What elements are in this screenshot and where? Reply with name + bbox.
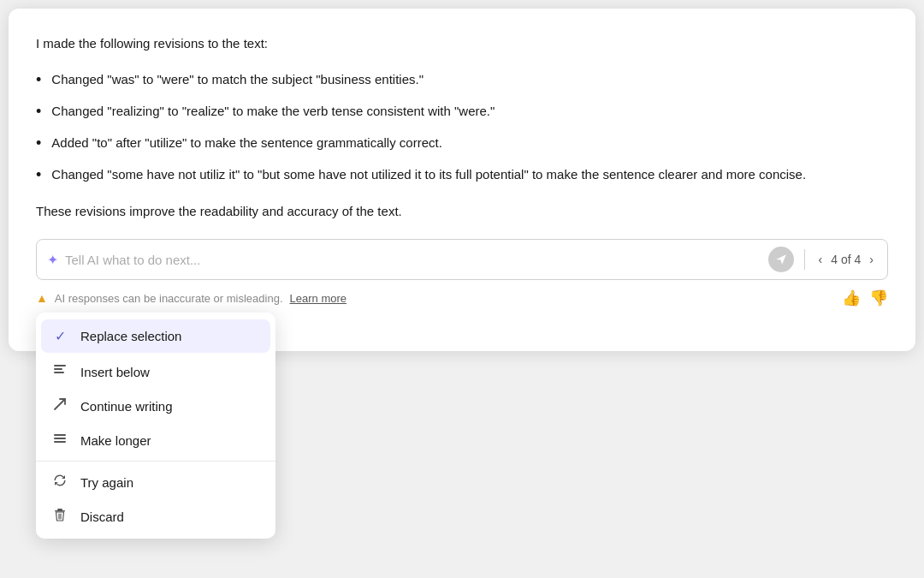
disclaimer-left: ▲ AI responses can be inaccurate or misl…: [36, 291, 346, 305]
bullet-icon: •: [36, 164, 41, 187]
nav-controls: ‹ 4 of 4 ›: [815, 251, 877, 268]
svg-rect-0: [54, 365, 66, 366]
menu-label-insert-below: Insert below: [80, 365, 150, 379]
learn-more-link[interactable]: Learn more: [290, 292, 346, 305]
menu-item-insert-below[interactable]: Insert below: [36, 355, 275, 389]
menu-label-continue-writing: Continue writing: [80, 399, 173, 414]
bullet-icon: •: [36, 132, 41, 155]
continue-writing-icon: [51, 397, 68, 414]
bullet-icon: •: [36, 69, 41, 92]
nav-total: 4: [855, 253, 862, 266]
nav-next-button[interactable]: ›: [866, 251, 877, 268]
action-dropdown-menu: ✓ Replace selection Insert below: [36, 313, 275, 539]
feedback-icons: 👍 👎: [842, 289, 888, 307]
menu-label-replace: Replace selection: [80, 329, 181, 343]
menu-item-continue-writing[interactable]: Continue writing: [36, 389, 275, 423]
bullet-text-1: Changed "was" to "were" to match the sub…: [51, 69, 424, 91]
menu-item-replace-selection[interactable]: ✓ Replace selection: [41, 319, 270, 353]
ai-text-input[interactable]: [65, 253, 761, 267]
thumbs-up-icon[interactable]: 👍: [842, 289, 861, 307]
menu-item-discard[interactable]: Discard: [36, 499, 275, 533]
nav-counter: 4 of 4: [831, 253, 861, 266]
bullet-icon: •: [36, 100, 41, 123]
svg-rect-2: [54, 372, 64, 373]
nav-prev-button[interactable]: ‹: [815, 251, 826, 268]
main-panel: I made the following revisions to the te…: [9, 9, 915, 351]
content-area: I made the following revisions to the te…: [36, 33, 888, 222]
bullet-text-2: Changed "realizing" to "realize" to make…: [51, 100, 495, 122]
svg-rect-1: [54, 368, 62, 370]
svg-rect-8: [55, 510, 65, 512]
list-item: • Changed "was" to "were" to match the s…: [36, 69, 888, 92]
menu-item-make-longer[interactable]: Make longer: [36, 423, 275, 457]
ai-input-row: ✦ ‹ 4 of 4 ›: [36, 239, 888, 280]
list-item: • Changed "some have not utiliz it" to "…: [36, 164, 888, 187]
try-again-icon: [51, 474, 68, 491]
menu-separator: [36, 461, 275, 462]
menu-label-try-again: Try again: [80, 475, 133, 490]
svg-rect-6: [54, 441, 66, 443]
svg-rect-5: [54, 438, 66, 439]
revision-list: • Changed "was" to "were" to match the s…: [36, 69, 888, 187]
vertical-divider: [804, 249, 805, 270]
send-button[interactable]: [768, 247, 794, 272]
discard-trash-icon: [51, 508, 68, 525]
bullet-text-3: Added "to" after "utilize" to make the s…: [51, 132, 442, 154]
list-item: • Added "to" after "utilize" to make the…: [36, 132, 888, 155]
check-icon: ✓: [51, 328, 68, 344]
insert-below-icon: [51, 363, 68, 380]
svg-line-3: [55, 399, 65, 409]
sparkle-icon: ✦: [47, 252, 58, 268]
menu-label-discard: Discard: [80, 509, 124, 524]
make-longer-icon: [51, 432, 68, 449]
bullet-text-4: Changed "some have not utiliz it" to "bu…: [51, 164, 806, 186]
nav-current: 4: [831, 253, 838, 266]
list-item: • Changed "realizing" to "realize" to ma…: [36, 100, 888, 123]
intro-text: I made the following revisions to the te…: [36, 33, 888, 55]
send-icon: [775, 253, 787, 265]
menu-item-try-again[interactable]: Try again: [36, 465, 275, 499]
nav-of-label: of: [841, 253, 851, 266]
thumbs-down-icon[interactable]: 👎: [869, 289, 888, 307]
svg-rect-7: [57, 509, 62, 510]
menu-label-make-longer: Make longer: [80, 433, 151, 448]
summary-text: These revisions improve the readability …: [36, 200, 888, 223]
svg-rect-4: [54, 434, 66, 436]
warning-icon: ▲: [36, 291, 48, 305]
disclaimer-text: AI responses can be inaccurate or mislea…: [55, 292, 283, 305]
